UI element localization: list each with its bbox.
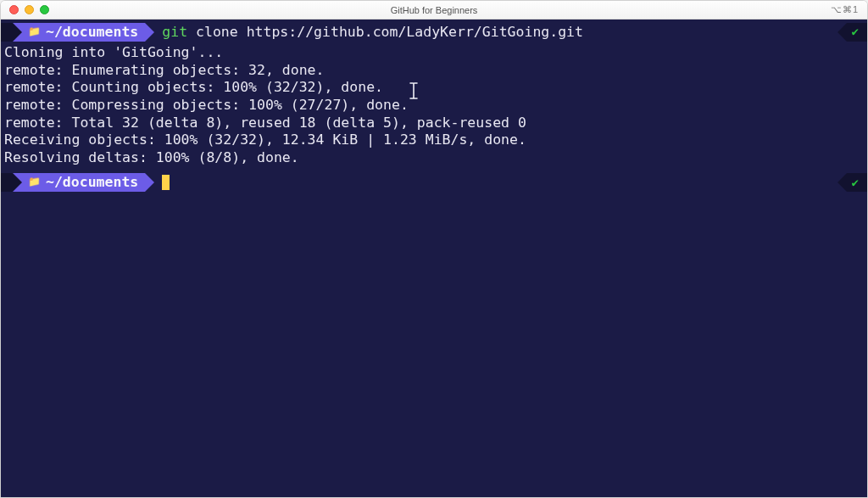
output-line: remote: Compressing objects: 100% (27/27… <box>1 97 867 115</box>
output-line: Receiving objects: 100% (32/32), 12.34 K… <box>1 131 867 149</box>
window-title: GitHub for Beginners <box>1 5 867 15</box>
output-line: remote: Enumerating objects: 32, done. <box>1 62 867 80</box>
check-icon: ✔ <box>852 176 859 191</box>
command-text: git clone https://github.com/LadyKerr/Gi… <box>162 24 583 42</box>
prompt-path-segment: 📁 ~/documents <box>13 23 145 42</box>
output-line: remote: Total 32 (delta 8), reused 18 (d… <box>1 115 867 132</box>
status-right-1: ✔ <box>847 23 867 42</box>
terminal-window: GitHub for Beginners ⌥⌘1 📁 ~/documents g… <box>0 0 868 498</box>
status-chip: ✔ <box>847 173 867 192</box>
prompt-apple-segment <box>1 23 13 42</box>
output-line: Resolving deltas: 100% (8/8), done. <box>1 149 867 167</box>
command-arguments: clone https://github.com/LadyKerr/GitGoi… <box>187 24 583 40</box>
traffic-lights <box>1 5 49 14</box>
window-shortcut-indicator: ⌥⌘1 <box>831 4 859 15</box>
check-icon: ✔ <box>852 25 859 40</box>
status-right-2: ✔ <box>847 173 867 192</box>
titlebar: GitHub for Beginners ⌥⌘1 <box>1 1 867 20</box>
prompt-path-segment: 📁 ~/documents <box>13 173 145 192</box>
output-line: remote: Counting objects: 100% (32/32), … <box>1 79 867 97</box>
status-chip: ✔ <box>847 23 867 42</box>
prompt-path-text: ~/documents <box>46 174 138 192</box>
prompt-row-1: 📁 ~/documents git clone https://github.c… <box>1 23 867 42</box>
command-git-word: git <box>162 24 187 40</box>
prompt-path-text: ~/documents <box>46 24 138 42</box>
prompt-row-2: 📁 ~/documents ✔ <box>1 173 867 192</box>
terminal-cursor <box>162 175 170 190</box>
folder-icon: 📁 <box>28 25 41 38</box>
folder-icon: 📁 <box>28 176 41 188</box>
prompt-apple-segment <box>1 173 13 192</box>
minimize-button[interactable] <box>25 5 34 14</box>
close-button[interactable] <box>9 5 19 14</box>
output-line: Cloning into 'GitGoing'... <box>1 44 867 62</box>
zoom-button[interactable] <box>40 5 49 14</box>
terminal-viewport[interactable]: 📁 ~/documents git clone https://github.c… <box>1 20 867 497</box>
